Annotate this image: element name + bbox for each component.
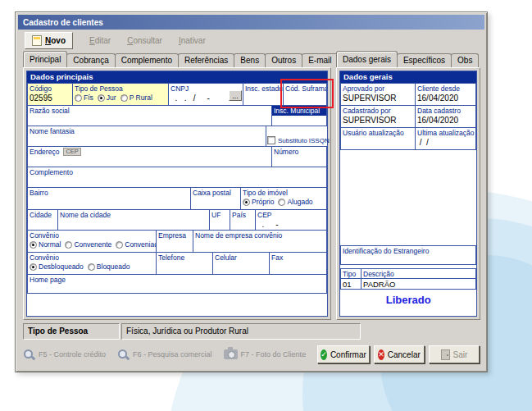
- right-tabstrip: Dados gerais Específicos Obs: [336, 51, 478, 67]
- row-nome-fantasia: Nome fantasia Substituto ISSQN: [27, 126, 327, 147]
- insc-municipal-label: Insc. Municipal: [272, 106, 326, 116]
- tab-cobranca[interactable]: Cobrança: [66, 53, 115, 67]
- endereco-label-row: EndereçoCEP: [28, 147, 271, 156]
- nome-cidade-field[interactable]: Nome da cidade: [57, 209, 210, 231]
- telefone-field[interactable]: Telefone: [156, 252, 213, 275]
- novo-label: Novo: [45, 36, 66, 45]
- row-cidade: Cidade Nome da cidade UF País CEP . -: [27, 209, 327, 231]
- cadastrado-por-value: SUPERVISOR: [341, 115, 415, 126]
- row-cadastrado: Cadastrado por SUPERVISOR Data cadastro …: [340, 105, 476, 128]
- complemento-field[interactable]: Complemento: [27, 167, 327, 188]
- tipo-pessoa-options: Fís Jur P Rural: [73, 93, 168, 102]
- numero-field[interactable]: Número: [271, 146, 327, 167]
- inativar-button[interactable]: Inativar: [179, 36, 206, 45]
- usuario-atualizacao-field: Usuário atualização: [340, 127, 416, 150]
- radio-convenente-icon: [65, 241, 72, 249]
- substituto-issqn-checkbox[interactable]: Substituto ISSQN: [266, 126, 327, 147]
- dados-gerais-group: Dados gerais Aprovado por SUPERVISOR Cli…: [339, 71, 477, 317]
- radio-desbloqueado[interactable]: Desbloqueado: [30, 263, 84, 271]
- radio-fisica[interactable]: Fís: [75, 94, 93, 102]
- home-page-field[interactable]: Home page: [27, 274, 327, 294]
- row-convenio-status: Convênio Desbloqueado Bloqueado Telefone…: [27, 252, 327, 275]
- radio-proprio-label: Próprio: [252, 198, 274, 206]
- f6-pesquisa-comercial-button[interactable]: F6 - Pesquisa comercial: [117, 349, 212, 361]
- radio-bloqueado[interactable]: Bloqueado: [88, 263, 130, 271]
- tab-dados-gerais[interactable]: Dados gerais: [336, 51, 398, 67]
- pais-field[interactable]: País: [230, 209, 256, 231]
- endereco-label: Endereço: [30, 148, 59, 156]
- tipo-value-cell: 01: [340, 278, 361, 290]
- tab-especificos[interactable]: Específicos: [397, 53, 452, 67]
- camera-icon: [224, 349, 238, 359]
- editar-button[interactable]: Editar: [89, 36, 111, 45]
- cancelar-button[interactable]: ✕ Cancelar: [374, 345, 425, 363]
- footer-bar: F5 - Controle crédito F6 - Pesquisa come…: [23, 344, 480, 365]
- radio-convenente[interactable]: Convenente: [65, 240, 111, 249]
- razao-social-field[interactable]: Razão social: [27, 105, 272, 126]
- endereco-field[interactable]: EndereçoCEP: [27, 146, 272, 167]
- cep-field[interactable]: CEP . -: [255, 209, 327, 231]
- cnpj-field[interactable]: CNPJ . . / - ...: [168, 83, 243, 106]
- tab-obs[interactable]: Obs: [451, 53, 479, 67]
- f7-foto-cliente-button[interactable]: F7 - Foto do Cliente: [224, 349, 307, 359]
- tab-bens[interactable]: Bens: [234, 53, 266, 67]
- pais-label: País: [230, 210, 255, 219]
- consultar-button[interactable]: Consultar: [127, 36, 162, 45]
- celular-field[interactable]: Celular: [212, 252, 270, 275]
- bairro-field[interactable]: Bairro: [27, 187, 191, 210]
- tab-principal[interactable]: Principal: [23, 51, 67, 67]
- data-cadastro-value: 16/04/2020: [416, 115, 475, 126]
- radio-proprio-icon: [243, 199, 250, 206]
- radio-normal-label: Normal: [39, 240, 61, 249]
- confirmar-button[interactable]: ✓ Confirmar: [317, 345, 370, 363]
- novo-button[interactable]: Novo: [25, 32, 73, 49]
- substituto-issqn-label: Substituto ISSQN: [278, 137, 330, 144]
- identificacao-estrangeiro-field[interactable]: Identificação do Estrangeiro: [340, 245, 476, 265]
- radio-proprio[interactable]: Próprio: [243, 198, 274, 206]
- tipo-pessoa-field: Tipo de Pessoa Fís Jur P Rural: [72, 83, 169, 106]
- tipo-pessoa-label: Tipo de Pessoa: [73, 84, 168, 93]
- nome-empresa-convenio-label: Nome de empresa convênio: [193, 231, 326, 240]
- identificacao-estrangeiro-label: Identificação do Estrangeiro: [341, 246, 475, 255]
- tab-email[interactable]: E-mail: [302, 53, 338, 67]
- insc-estadual-label: Insc. estadual: [243, 84, 283, 93]
- row-home-page: Home page: [27, 274, 327, 294]
- window-title: Cadastro de clientes: [18, 18, 103, 27]
- radio-juridica[interactable]: Jur: [98, 94, 116, 102]
- window-titlebar[interactable]: Cadastro de clientes: [18, 15, 484, 30]
- radio-produtor-rural-icon: [120, 94, 128, 102]
- cnpj-lookup-button[interactable]: ...: [229, 90, 242, 101]
- tipo-table-row[interactable]: 01 PADRÃO: [340, 278, 476, 290]
- nome-fantasia-field[interactable]: Nome fantasia: [27, 126, 266, 147]
- radio-normal[interactable]: Normal: [30, 240, 61, 249]
- insc-estadual-field[interactable]: Insc. estadual: [243, 83, 284, 106]
- tab-outros[interactable]: Outros: [265, 53, 302, 67]
- radio-juridica-icon: [98, 94, 105, 102]
- tipo-imovel-field: Tipo de imóvel Próprio Alugado: [240, 187, 327, 210]
- cod-suframa-field[interactable]: Cód. Suframa: [283, 83, 327, 106]
- tipo-imovel-label: Tipo de imóvel: [241, 188, 326, 197]
- codigo-field[interactable]: Código 02595: [27, 83, 73, 106]
- empresa-field[interactable]: Empresa: [156, 230, 193, 253]
- sair-button[interactable]: Sair: [429, 345, 480, 363]
- tab-complemento[interactable]: Complemento: [115, 53, 179, 67]
- f5-controle-credito-button[interactable]: F5 - Controle crédito: [23, 349, 106, 361]
- fax-label: Fax: [270, 253, 326, 262]
- status-liberado: Liberado: [340, 294, 476, 306]
- cidade-field[interactable]: Cidade: [27, 209, 58, 231]
- f6-label: F6 - Pesquisa comercial: [133, 350, 212, 358]
- cadastrado-por-field: Cadastrado por SUPERVISOR: [340, 105, 416, 128]
- tab-referencias[interactable]: Referências: [178, 53, 234, 67]
- radio-fisica-icon: [75, 94, 82, 102]
- nome-empresa-convenio-field[interactable]: Nome de empresa convênio: [193, 230, 327, 253]
- radio-produtor-rural[interactable]: P Rural: [120, 94, 152, 102]
- radio-bloqueado-label: Bloqueado: [97, 263, 130, 271]
- insc-municipal-field[interactable]: Insc. Municipal: [271, 105, 327, 126]
- radio-alugado[interactable]: Alugado: [278, 198, 312, 206]
- uf-field[interactable]: UF: [209, 209, 230, 231]
- cadastrado-por-label: Cadastrado por: [341, 106, 415, 115]
- nome-cidade-label: Nome da cidade: [58, 210, 209, 219]
- caixa-postal-field[interactable]: Caixa postal: [190, 187, 241, 210]
- fax-field[interactable]: Fax: [269, 252, 327, 275]
- row-endereco: EndereçoCEP Número: [27, 146, 327, 167]
